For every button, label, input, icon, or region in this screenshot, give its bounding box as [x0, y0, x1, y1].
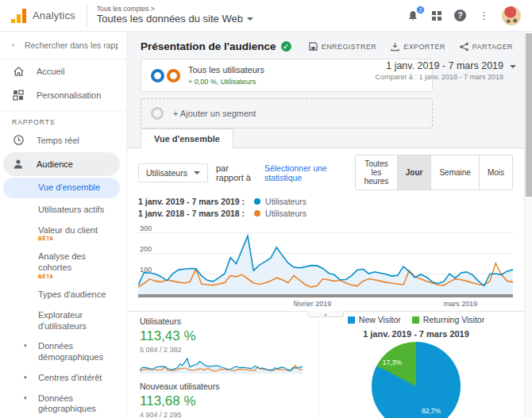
segment-delta: + 0,00 %, Utilisateurs — [188, 78, 256, 86]
segment-name: Tous les utilisateurs — [188, 64, 264, 75]
expand-arrow-icon[interactable]: ▾ — [24, 374, 27, 382]
apps-grid-button[interactable] — [432, 11, 441, 21]
visitor-pie-section: New Visitor Returning Visitor 1 janv. 20… — [319, 313, 513, 418]
granularity-group: Toutes les heures Jour Semaine Mois — [355, 155, 513, 190]
pie-legend-returning-visitor: Returning Visitor — [412, 315, 484, 324]
select-statistic-link[interactable]: Sélectionner une statistique — [264, 163, 347, 182]
tab-vue-densemble[interactable]: Vue d'ensemble — [141, 128, 233, 148]
analytics-app: Analytics Tous les comptes > Toutes les … — [0, 0, 532, 418]
account-picker[interactable]: Toutes les données du site Web — [97, 13, 253, 25]
sidebar-item-label: Audience — [37, 159, 73, 169]
legend-square-blue — [348, 316, 355, 324]
notification-badge: 2 — [416, 6, 425, 14]
sidebar-item-donnees-demographiques[interactable]: ▾ Données démographiques — [0, 336, 126, 368]
beta-badge: BÊTA — [38, 274, 121, 280]
expand-arrow-icon[interactable]: ▾ — [24, 395, 27, 402]
add-segment-label: + Ajouter un segment — [173, 109, 256, 118]
metric-label: Nouveaux utilisateurs — [140, 382, 304, 391]
page-title: Présentation de l'audience ✓ — [141, 40, 291, 52]
x-tick-fevrier: février 2019 — [294, 300, 332, 308]
export-button[interactable]: EXPORTER — [391, 42, 445, 52]
sub-item-label: Valeur du client — [38, 225, 98, 235]
rapports-section-label: RAPPORTS — [0, 110, 126, 128]
metric-card-utilisateurs[interactable]: Utilisateurs 113,43 % 5 084 / 2 382 — [140, 316, 304, 374]
sidebar-item-accueil[interactable]: Accueil — [0, 59, 126, 83]
legend-square-green — [412, 316, 419, 324]
customization-icon — [12, 90, 25, 101]
clock-icon — [12, 134, 25, 146]
pie-pct-new: 82,7% — [422, 407, 441, 415]
sub-item-label: Données démographiques — [38, 341, 103, 362]
sidebar-item-types-daudience[interactable]: Types d'audience — [0, 285, 126, 305]
sidebar-item-utilisateurs-actifs[interactable]: Utilisateurs actifs — [0, 200, 126, 221]
timeseries-chart[interactable]: 300 200 100 février 2019 mars 2019 — [138, 231, 513, 309]
vertical-scrollbar[interactable] — [524, 32, 532, 418]
account-title: Toutes les données du site Web — [97, 13, 243, 25]
metric-dropdown[interactable]: Utilisateurs — [138, 163, 208, 182]
chevron-down-icon — [510, 65, 516, 68]
expand-arrow-icon[interactable]: ▾ — [24, 343, 27, 350]
analytics-logo[interactable]: Analytics — [0, 9, 85, 23]
analytics-logo-icon — [11, 9, 26, 23]
sidebar-item-centres-dinteret[interactable]: ▾ Centres d'intérêt — [0, 368, 126, 389]
sidebar-item-personnalisation[interactable]: Personnalisation — [0, 83, 126, 107]
compare-range: Comparer à : 1 janv. 2018 - 7 mars 2018 — [376, 73, 503, 81]
share-label: PARTAGER — [472, 43, 513, 51]
segment-rings-icon — [151, 69, 180, 82]
share-button[interactable]: PARTAGER — [460, 42, 513, 52]
granularity-toutes-les-heures[interactable]: Toutes les heures — [355, 155, 397, 190]
avatar[interactable] — [502, 6, 521, 25]
sidebar-item-vue-densemble[interactable]: Vue d'ensemble — [3, 178, 120, 198]
sidebar-item-explorateur-dutilisateurs[interactable]: Explorateur d'utilisateurs — [0, 305, 126, 337]
top-header: Analytics Tous les comptes > Toutes les … — [0, 0, 532, 32]
pie-title: 1 janv. 2019 - 7 mars 2019 — [363, 329, 469, 339]
visitor-pie-chart[interactable]: 17,3% 82,7% — [372, 342, 461, 418]
series-dot-blue — [254, 198, 260, 205]
metric-label: Utilisateurs — [140, 316, 304, 326]
sidebar-item-analyse-des-cohortes[interactable]: Analyse des cohortes BÊTA — [0, 247, 126, 285]
chart-collapse-button[interactable]: ▾ — [307, 311, 344, 317]
overflow-menu-button[interactable]: ⋮ — [479, 10, 489, 21]
metric-value: 113,43 % — [140, 328, 304, 344]
series-dot-orange — [254, 210, 260, 217]
save-label: ENREGISTRER — [322, 43, 376, 51]
sparkline-chart — [140, 356, 303, 374]
sidebar-item-label: Personnalisation — [37, 90, 101, 100]
report-card: Utilisateurs par rapport à Sélectionner … — [127, 148, 524, 418]
sidebar-item-label: Temps réel — [37, 136, 79, 145]
question-mark-icon: ? — [457, 11, 462, 20]
notifications-button[interactable]: 2 — [407, 10, 419, 22]
save-button[interactable]: ENREGISTRER — [309, 42, 376, 51]
help-button[interactable]: ? — [454, 10, 466, 21]
y-tick-300: 300 — [140, 224, 152, 232]
vs-label: par rapport à — [216, 163, 256, 182]
legend-date-2019: 1 janv. 2019 - 7 mars 2019 : — [138, 197, 245, 206]
metric-card-nouveaux-utilisateurs[interactable]: Nouveaux utilisateurs 113,68 % 4 904 / 2… — [140, 382, 304, 418]
metric-detail: 4 904 / 2 295 — [140, 411, 304, 418]
date-range-picker[interactable]: 1 janv. 2019 - 7 mars 2019 Comparer à : … — [376, 60, 516, 81]
granularity-semaine[interactable]: Semaine — [431, 155, 479, 190]
granularity-mois[interactable]: Mois — [480, 155, 513, 190]
sidebar-search[interactable] — [0, 32, 126, 59]
sidebar: Accueil Personnalisation RAPPORTS — [0, 32, 127, 418]
chevron-down-icon — [194, 171, 200, 174]
sidebar-item-valeur-du-client[interactable]: Valeur du client BÊTA — [0, 221, 126, 247]
search-icon — [12, 40, 15, 51]
date-range: 1 janv. 2019 - 7 mars 2019 — [376, 60, 503, 71]
sidebar-item-audience[interactable]: Audience — [3, 152, 120, 176]
main-content: Présentation de l'audience ✓ ENREGISTRER… — [127, 32, 524, 418]
empty-segment-ring-icon — [151, 107, 164, 120]
header-divider — [87, 6, 87, 26]
share-icon — [460, 42, 468, 52]
sidebar-item-temps-reel[interactable]: Temps réel — [0, 128, 126, 152]
search-input[interactable] — [25, 40, 118, 50]
product-name: Analytics — [33, 10, 75, 21]
add-segment-button[interactable]: + Ajouter un segment — [141, 98, 433, 128]
legend-date-2018: 1 janv. 2018 - 7 mars 2018 : — [138, 209, 245, 218]
sidebar-item-donnees-geographiques[interactable]: ▾ Données géographiques — [0, 389, 126, 418]
granularity-jour[interactable]: Jour — [398, 155, 432, 190]
beta-badge: BÊTA — [38, 236, 121, 242]
sub-item-label: Vue d'ensemble — [38, 182, 100, 192]
scrollbar-thumb[interactable] — [526, 33, 532, 197]
metric-value: 113,68 % — [140, 393, 304, 409]
